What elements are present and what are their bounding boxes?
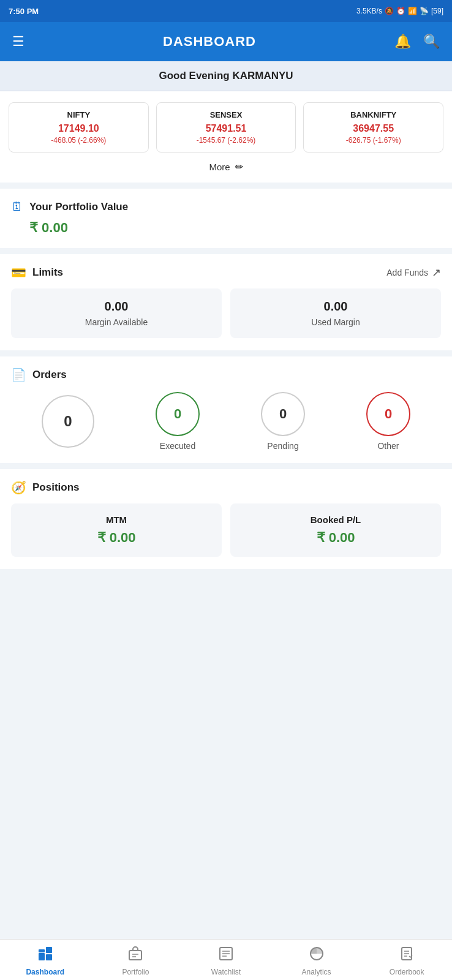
nav-watchlist[interactable]: Watchlist	[202, 946, 250, 976]
market-cards: NIFTY 17149.10 -468.05 (-2.66%) SENSEX 5…	[9, 102, 443, 153]
signal-icon: 📶	[408, 7, 417, 15]
positions-cards: MTM ₹ 0.00 Booked P/L ₹ 0.00	[11, 503, 441, 557]
status-time: 7:50 PM	[9, 7, 39, 16]
booked-card: Booked P/L ₹ 0.00	[230, 503, 441, 557]
banknifty-change: -626.75 (-1.67%)	[310, 136, 437, 145]
search-icon[interactable]: 🔍	[423, 34, 440, 50]
dashboard-nav-icon	[37, 946, 53, 965]
watchlist-nav-icon	[218, 946, 234, 965]
booked-value: ₹ 0.00	[239, 530, 432, 546]
nav-portfolio[interactable]: Portfolio	[111, 946, 160, 976]
other-value: 0	[385, 406, 392, 422]
orders-icon: 📄	[11, 368, 26, 382]
orders-title-row: 📄 Orders	[11, 368, 441, 382]
total-circle: 0	[42, 395, 94, 448]
edit-icon[interactable]: ✏	[235, 161, 243, 173]
nifty-change: -468.05 (-2.66%)	[15, 136, 142, 145]
mtm-card: MTM ₹ 0.00	[11, 503, 222, 557]
sensex-name: SENSEX	[163, 110, 290, 119]
pending-value: 0	[279, 406, 287, 422]
pending-label: Pending	[267, 441, 298, 451]
booked-label: Booked P/L	[239, 514, 432, 525]
positions-title: Positions	[32, 481, 80, 494]
used-margin-amount: 0.00	[239, 300, 432, 314]
more-button[interactable]: More	[209, 162, 230, 172]
nav-analytics[interactable]: Analytics	[292, 946, 341, 976]
orderbook-nav-icon	[399, 946, 415, 965]
add-funds-icon: ↗	[432, 266, 441, 279]
portfolio-title: Your Portfolio Value	[29, 201, 128, 213]
nav-orderbook-label: Orderbook	[390, 968, 424, 976]
nav-dashboard-label: Dashboard	[26, 968, 64, 976]
pending-circle: 0	[261, 392, 305, 436]
market-card-sensex[interactable]: SENSEX 57491.51 -1545.67 (-2.62%)	[156, 102, 296, 153]
order-pending[interactable]: 0 Pending	[261, 392, 305, 451]
analytics-nav-icon	[309, 946, 325, 965]
other-label: Other	[377, 441, 399, 451]
add-funds-label: Add Funds	[386, 268, 428, 277]
total-value: 0	[64, 413, 72, 430]
used-margin-card: 0.00 Used Margin	[230, 288, 441, 338]
alarm-icon: ⏰	[396, 7, 405, 15]
nav-watchlist-label: Watchlist	[211, 968, 241, 976]
executed-circle: 0	[156, 392, 200, 436]
svg-rect-1	[39, 949, 45, 952]
battery-percent: 59	[433, 7, 441, 15]
svg-rect-2	[46, 947, 52, 953]
orders-circles: 0 0 Executed 0 Pending 0 Other	[11, 392, 441, 451]
status-bar: 7:50 PM 3.5KB/s 🔕 ⏰ 📶 📡 [59]	[0, 0, 452, 22]
bottom-nav: Dashboard Portfolio Watchlist	[0, 939, 452, 980]
limits-title-row: 💳 Limits	[11, 265, 63, 280]
portfolio-title-row: 🗓 Your Portfolio Value	[11, 200, 441, 214]
margin-available-label: Margin Available	[20, 317, 213, 327]
executed-value: 0	[174, 406, 181, 422]
app-header: ☰ DASHBOARD 🔔 🔍	[0, 22, 452, 61]
orders-section: 📄 Orders 0 0 Executed 0 Pending 0 Other	[0, 356, 452, 463]
positions-icon: 🧭	[11, 480, 26, 495]
positions-section: 🧭 Positions MTM ₹ 0.00 Booked P/L ₹ 0.00	[0, 469, 452, 569]
banknifty-value: 36947.55	[310, 123, 437, 134]
mute-icon: 🔕	[385, 7, 394, 15]
header-title: DASHBOARD	[163, 34, 256, 50]
nav-portfolio-label: Portfolio	[122, 968, 149, 976]
margin-available-amount: 0.00	[20, 300, 213, 314]
nifty-name: NIFTY	[15, 110, 142, 119]
hamburger-icon[interactable]: ☰	[12, 34, 24, 50]
market-card-banknifty[interactable]: BANKNIFTY 36947.55 -626.75 (-1.67%)	[303, 102, 443, 153]
limits-section: 💳 Limits Add Funds ↗ 0.00 Margin Availab…	[0, 254, 452, 350]
svg-rect-4	[129, 951, 141, 960]
mtm-value: ₹ 0.00	[20, 530, 213, 546]
positions-title-row: 🧭 Positions	[11, 480, 441, 495]
nav-orderbook[interactable]: Orderbook	[382, 946, 431, 976]
margin-cards: 0.00 Margin Available 0.00 Used Margin	[11, 288, 441, 338]
svg-rect-0	[39, 953, 45, 960]
more-row: More ✏	[9, 161, 443, 176]
other-circle: 0	[366, 392, 410, 436]
order-executed[interactable]: 0 Executed	[156, 392, 200, 451]
nifty-value: 17149.10	[15, 123, 142, 134]
status-right: 3.5KB/s 🔕 ⏰ 📶 📡 [59]	[356, 7, 443, 15]
mtm-label: MTM	[20, 514, 213, 525]
executed-label: Executed	[160, 441, 195, 451]
limits-title: Limits	[32, 266, 63, 279]
market-card-nifty[interactable]: NIFTY 17149.10 -468.05 (-2.66%)	[9, 102, 149, 153]
used-margin-label: Used Margin	[239, 317, 432, 327]
market-section: NIFTY 17149.10 -468.05 (-2.66%) SENSEX 5…	[0, 91, 452, 183]
header-actions: 🔔 🔍	[394, 34, 440, 50]
nav-dashboard[interactable]: Dashboard	[21, 946, 70, 976]
order-other[interactable]: 0 Other	[366, 392, 410, 451]
order-total[interactable]: 0	[42, 395, 94, 448]
margin-available-card: 0.00 Margin Available	[11, 288, 222, 338]
limits-header-row: 💳 Limits Add Funds ↗	[11, 265, 441, 280]
network-speed: 3.5KB/s	[356, 7, 382, 15]
limits-icon: 💳	[11, 265, 26, 280]
portfolio-icon: 🗓	[11, 200, 23, 214]
add-funds-button[interactable]: Add Funds ↗	[386, 266, 441, 279]
nav-analytics-label: Analytics	[302, 968, 331, 976]
portfolio-value: ₹ 0.00	[11, 220, 441, 236]
sensex-value: 57491.51	[163, 123, 290, 134]
wifi-icon: 📡	[420, 7, 429, 15]
notification-icon[interactable]: 🔔	[394, 34, 411, 50]
svg-rect-3	[46, 954, 52, 960]
banknifty-name: BANKNIFTY	[310, 110, 437, 119]
